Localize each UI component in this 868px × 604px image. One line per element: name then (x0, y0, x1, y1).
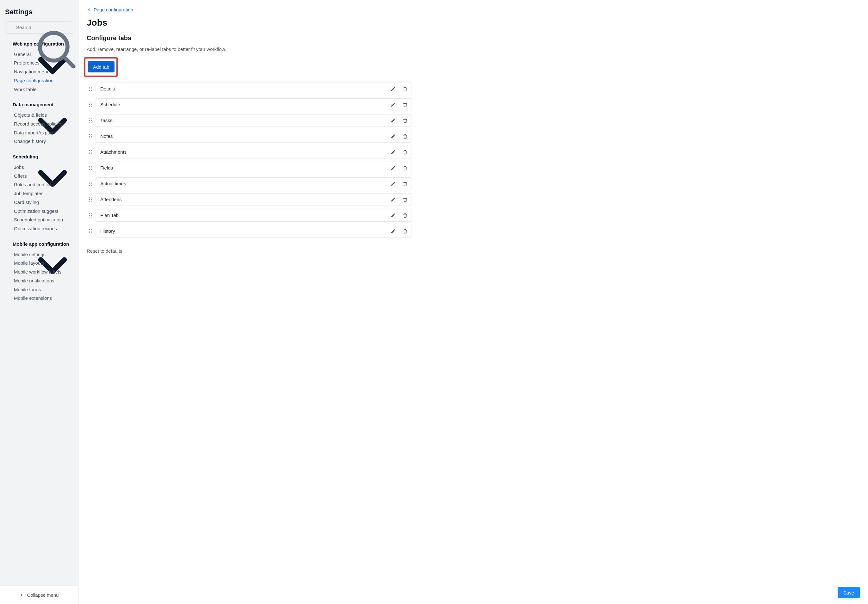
tab-label: Schedule (100, 101, 120, 108)
save-button[interactable]: Save (838, 587, 860, 598)
edit-tab-button[interactable] (390, 86, 396, 92)
trash-icon (403, 86, 408, 91)
drag-handle-icon[interactable] (88, 213, 92, 218)
pencil-icon (391, 213, 396, 218)
nav-section: SchedulingJobsOffersRules and conflictsJ… (0, 152, 78, 233)
edit-tab-button[interactable] (390, 197, 396, 203)
edit-tab-button[interactable] (390, 212, 396, 218)
tab-label: Notes (100, 133, 113, 140)
delete-tab-button[interactable] (402, 228, 408, 234)
trash-icon (403, 181, 408, 186)
tab-label: Actual times (100, 180, 126, 187)
nav-section-title: Scheduling (12, 153, 38, 160)
delete-tab-button[interactable] (402, 165, 408, 171)
drag-handle-icon[interactable] (88, 181, 92, 186)
nav-item[interactable]: Scheduled optimization (0, 215, 78, 224)
edit-tab-button[interactable] (390, 149, 396, 155)
nav-section-header[interactable]: Mobile app configuration (0, 239, 78, 249)
edit-tab-button[interactable] (390, 133, 396, 139)
collapse-menu-button[interactable]: Collapse menu (0, 585, 78, 604)
edit-tab-button[interactable] (390, 181, 396, 187)
page-title: Jobs (87, 17, 412, 29)
tab-row-body: Actual times (96, 177, 412, 190)
nav-section-header[interactable]: Data management (0, 100, 78, 109)
nav-item[interactable]: Optimization suggest (0, 207, 78, 216)
chevron-left-icon (19, 593, 24, 597)
tab-row-body: Notes (96, 130, 412, 142)
add-tab-highlight: Add tab (84, 57, 118, 77)
delete-tab-button[interactable] (402, 86, 408, 92)
tab-row: Attendees (88, 193, 412, 206)
delete-tab-button[interactable] (402, 197, 408, 203)
tab-row: Plan Tab (88, 209, 412, 221)
pencil-icon (391, 118, 396, 123)
drag-handle-icon[interactable] (88, 166, 92, 170)
tab-row-body: History (96, 225, 412, 237)
pencil-icon (391, 86, 396, 91)
tab-actions (390, 102, 408, 108)
pencil-icon (391, 102, 396, 107)
nav-section-header[interactable]: Scheduling (0, 152, 78, 162)
search-icon (8, 25, 13, 30)
delete-tab-button[interactable] (402, 181, 408, 187)
tab-label: History (100, 228, 115, 235)
edit-tab-button[interactable] (390, 102, 396, 108)
tab-row-body: Fields (96, 162, 412, 174)
drag-handle-icon[interactable] (88, 229, 92, 233)
app-root: Settings Web app configurationGeneralPre… (0, 0, 868, 604)
chevron-down-icon (5, 242, 9, 246)
tab-actions (390, 117, 408, 124)
nav-item[interactable]: Optimization recipes (0, 224, 78, 233)
delete-tab-button[interactable] (402, 149, 408, 155)
tab-row-body: Plan Tab (96, 209, 412, 221)
edit-tab-button[interactable] (390, 228, 396, 234)
trash-icon (403, 197, 408, 202)
delete-tab-button[interactable] (402, 117, 408, 124)
tab-row: Attachments (88, 146, 412, 158)
edit-tab-button[interactable] (390, 117, 396, 124)
breadcrumb-parent-link[interactable]: Page configuration (94, 6, 133, 13)
trash-icon (403, 118, 408, 123)
trash-icon (403, 229, 408, 234)
tab-label: Tasks (100, 117, 112, 124)
tab-row: Notes (88, 130, 412, 142)
delete-tab-button[interactable] (402, 102, 408, 108)
tab-row-body: Details (96, 82, 412, 95)
nav-section: Mobile app configurationMobile settingsM… (0, 239, 78, 303)
section-title: Configure tabs (87, 34, 412, 43)
delete-tab-button[interactable] (402, 133, 408, 139)
tab-row: Details (88, 82, 412, 95)
nav-section: Data managementObjects & fieldsRecord ac… (0, 100, 78, 146)
chevron-left-icon (87, 8, 91, 12)
footer-bar: Save (79, 581, 868, 604)
trash-icon (403, 166, 408, 170)
drag-handle-icon[interactable] (88, 150, 92, 154)
tab-actions (390, 86, 408, 92)
nav-section-title: Mobile app configuration (12, 241, 69, 248)
sidebar-nav: Web app configurationGeneralPreferencesN… (0, 39, 78, 303)
pencil-icon (391, 166, 396, 170)
chevron-down-icon (5, 155, 9, 159)
drag-handle-icon[interactable] (88, 87, 92, 91)
edit-tab-button[interactable] (390, 165, 396, 171)
tab-row: Tasks (88, 114, 412, 127)
reset-to-defaults-link[interactable]: Reset to defaults (87, 248, 122, 255)
add-tab-button[interactable]: Add tab (88, 61, 115, 73)
chevron-down-icon (5, 102, 9, 107)
drag-handle-icon[interactable] (88, 118, 92, 123)
settings-title: Settings (5, 7, 73, 17)
drag-handle-icon[interactable] (88, 134, 92, 138)
drag-handle-icon[interactable] (88, 102, 92, 107)
pencil-icon (391, 134, 396, 139)
trash-icon (403, 102, 408, 107)
drag-handle-icon[interactable] (88, 197, 92, 202)
trash-icon (403, 150, 408, 155)
tab-row: Schedule (88, 98, 412, 111)
tab-row-body: Schedule (96, 98, 412, 111)
tab-row: Actual times (88, 177, 412, 190)
nav-item[interactable]: Mobile extensions (0, 294, 78, 303)
delete-tab-button[interactable] (402, 212, 408, 218)
collapse-menu-label: Collapse menu (27, 592, 59, 599)
sidebar-scroll: Settings Web app configurationGeneralPre… (0, 0, 78, 585)
trash-icon (403, 213, 408, 218)
